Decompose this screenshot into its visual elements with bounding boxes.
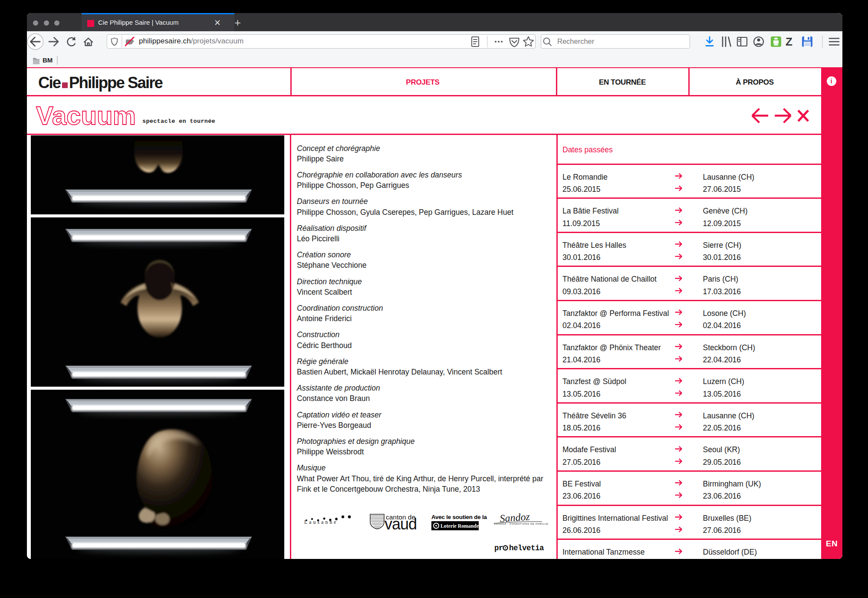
svg-text:pr: pr — [494, 544, 503, 552]
svg-text:helvetia: helvetia — [509, 544, 544, 552]
svg-text:Avec le soutien de la: Avec le soutien de la — [431, 514, 487, 520]
svg-text:Loterie Romande: Loterie Romande — [441, 523, 479, 529]
svg-text:vaud: vaud — [385, 515, 417, 533]
svg-text:Lausanne: Lausanne — [304, 519, 338, 525]
svg-text:Z: Z — [786, 35, 792, 48]
